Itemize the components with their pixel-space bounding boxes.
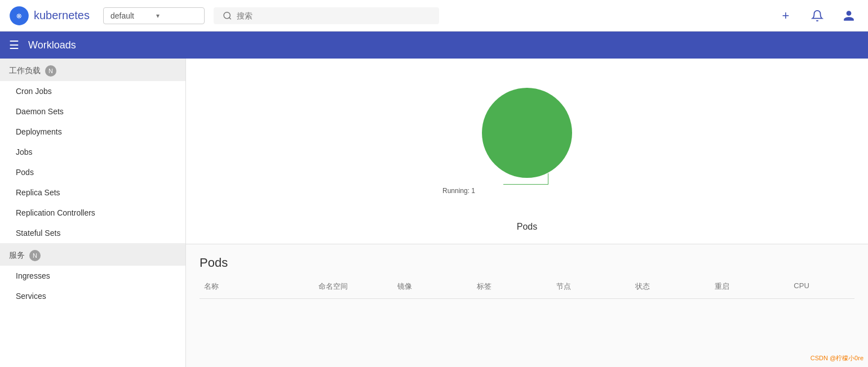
services-badge: N <box>29 250 41 261</box>
services-section-header: 服务 N <box>0 243 185 266</box>
svg-text:⎈: ⎈ <box>16 10 22 20</box>
col-cpu: CPU <box>789 279 854 294</box>
user-icon <box>843 10 855 22</box>
col-name: 名称 <box>200 279 314 294</box>
notifications-button[interactable] <box>807 6 827 26</box>
watermark: CSDN @柠檬小0re <box>811 354 863 362</box>
col-image: 镜像 <box>393 279 472 294</box>
running-pods-circle <box>482 88 572 178</box>
user-button[interactable] <box>839 6 859 26</box>
sidebar-item-stateful-sets[interactable]: Stateful Sets <box>0 223 185 243</box>
pods-section: Pods 名称 命名空间 镜像 标签 节点 状态 重启 CPU <box>186 244 868 299</box>
running-line-h <box>503 184 548 185</box>
sidebar-item-ingresses[interactable]: Ingresses <box>0 266 185 286</box>
main-content: Running: 1 Pods Pods 名称 命名空间 镜像 标签 节点 状态… <box>186 59 868 367</box>
sidebar-item-deployments[interactable]: Deployments <box>0 122 185 142</box>
sidebar-item-services[interactable]: Services <box>0 286 185 306</box>
svg-point-2 <box>224 12 230 18</box>
plus-icon: + <box>782 8 790 23</box>
chart-container: Running: 1 Pods <box>442 71 612 232</box>
col-node: 节点 <box>552 279 631 294</box>
workloads-section-header: 工作负载 N <box>0 59 185 81</box>
chart-pods-label: Pods <box>517 222 537 232</box>
brand[interactable]: ⎈ kubernetes <box>9 6 90 26</box>
menu-button[interactable]: ☰ <box>9 38 19 52</box>
chart-panel: Running: 1 Pods <box>186 59 868 244</box>
search-input[interactable] <box>237 11 430 20</box>
services-section-title: 服务 <box>9 250 25 261</box>
running-label: Running: 1 <box>442 187 475 195</box>
add-button[interactable]: + <box>776 6 796 26</box>
bell-icon <box>811 10 823 22</box>
chevron-down-icon: ▾ <box>156 12 197 20</box>
col-namespace: 命名空间 <box>314 279 393 294</box>
sidebar: 工作负载 N Cron Jobs Daemon Sets Deployments… <box>0 59 186 367</box>
brand-name: kubernetes <box>34 9 90 22</box>
col-status: 状态 <box>631 279 710 294</box>
running-line-v <box>548 173 548 185</box>
col-restarts: 重启 <box>710 279 790 294</box>
svg-line-3 <box>229 17 231 19</box>
nav-actions: + <box>776 6 859 26</box>
search-icon <box>223 11 232 21</box>
top-nav: ⎈ kubernetes default ▾ + <box>0 0 868 32</box>
layout: 工作负载 N Cron Jobs Daemon Sets Deployments… <box>0 59 868 367</box>
sidebar-item-jobs[interactable]: Jobs <box>0 142 185 162</box>
sub-nav: ☰ Workloads <box>0 32 868 59</box>
section-title: Workloads <box>28 39 76 51</box>
workloads-section-title: 工作负载 <box>9 66 41 76</box>
workloads-badge: N <box>45 65 56 77</box>
search-bar <box>214 7 439 24</box>
table-header: 名称 命名空间 镜像 标签 节点 状态 重启 CPU <box>200 279 854 299</box>
sidebar-item-daemon-sets[interactable]: Daemon Sets <box>0 101 185 122</box>
namespace-selector[interactable]: default ▾ <box>103 7 205 24</box>
pods-chart: Running: 1 <box>442 71 612 217</box>
sidebar-item-replication-controllers[interactable]: Replication Controllers <box>0 203 185 223</box>
hamburger-icon: ☰ <box>9 38 19 52</box>
kubernetes-logo: ⎈ <box>9 6 29 26</box>
col-labels: 标签 <box>472 279 552 294</box>
sidebar-item-pods[interactable]: Pods <box>0 162 185 182</box>
sidebar-item-cron-jobs[interactable]: Cron Jobs <box>0 81 185 101</box>
sidebar-item-replica-sets[interactable]: Replica Sets <box>0 182 185 203</box>
pods-section-title: Pods <box>200 256 854 270</box>
namespace-value: default <box>110 11 152 20</box>
